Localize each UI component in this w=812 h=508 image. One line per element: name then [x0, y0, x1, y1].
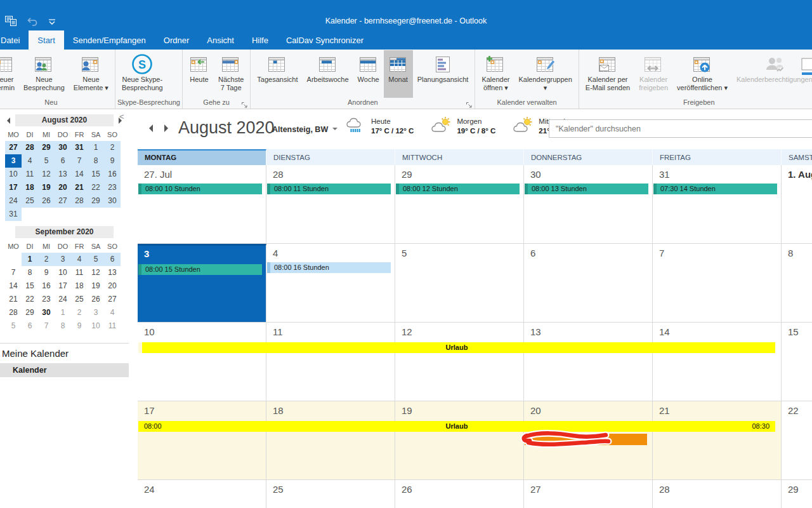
tab-ordner[interactable]: Ordner — [155, 30, 198, 50]
mini-date-cell[interactable]: 5 — [5, 319, 22, 333]
mini-date-cell[interactable]: 31 — [71, 141, 88, 154]
mini-date-cell[interactable]: 4 — [71, 253, 88, 266]
day-cell-26[interactable]: 26 — [395, 480, 524, 508]
naechste-7-tage-button[interactable]: Nächste7 Tage — [214, 50, 248, 98]
mini-date-cell[interactable]: 7 — [5, 266, 22, 279]
mini-date-cell[interactable]: 2 — [38, 253, 55, 266]
calendar-event[interactable]: 08:00 16 Stunden — [267, 262, 391, 273]
day-cell-28[interactable]: 28 — [653, 480, 782, 508]
monat-button[interactable]: Monat — [384, 50, 413, 98]
mini-date-cell[interactable]: 8 — [55, 319, 71, 333]
mini-date-cell[interactable]: 3 — [88, 306, 104, 319]
kalendergruppen-button[interactable]: Kalendergruppen▾ — [514, 50, 576, 98]
mini-date-cell[interactable]: 16 — [38, 279, 55, 293]
mini-date-cell[interactable]: 24 — [5, 194, 22, 208]
day-cell-3[interactable]: 308:00 15 Stunden — [138, 244, 266, 322]
day-cell-1-aug[interactable]: 1. Aug — [782, 165, 812, 243]
mini-date-cell[interactable]: 19 — [88, 279, 104, 293]
mini-date-cell[interactable]: 11 — [71, 266, 88, 279]
neuer-termin-button[interactable]: NeuerTermin — [0, 50, 19, 98]
mini-date-cell[interactable]: 10 — [88, 319, 104, 333]
day-cell-19[interactable]: 19 — [395, 401, 524, 479]
mini-date-cell[interactable]: 17 — [55, 279, 71, 293]
tab-datei[interactable]: Datei — [0, 30, 29, 50]
day-cell-25[interactable]: 25 — [266, 480, 395, 508]
mini-date-cell[interactable]: 13 — [104, 266, 121, 279]
mini-date-cell[interactable]: 17 — [5, 181, 22, 194]
day-cell-14[interactable]: 14 — [653, 323, 782, 401]
mini-date-cell[interactable]: 1 — [22, 253, 38, 266]
mini-date-cell[interactable]: 26 — [38, 194, 55, 208]
mini-date-cell[interactable]: 18 — [22, 181, 38, 194]
mini-date-cell[interactable]: 10 — [55, 266, 71, 279]
day-cell-10[interactable]: 10 — [138, 323, 266, 401]
mini-date-cell[interactable]: 2 — [71, 306, 88, 319]
mini-date-cell[interactable]: 11 — [104, 319, 121, 333]
weather-day[interactable]: Heute17° C / 12° C — [344, 116, 414, 136]
mini-date-cell[interactable]: 15 — [22, 279, 38, 293]
day-cell-24[interactable]: 24 — [138, 480, 266, 508]
mini-date-cell[interactable]: 7 — [38, 319, 55, 333]
mini-date-cell[interactable]: 6 — [104, 253, 121, 266]
mini-date-cell[interactable]: 28 — [22, 141, 38, 154]
mini-date-cell[interactable]: 9 — [104, 154, 121, 168]
mini-date-cell[interactable]: 22 — [88, 181, 104, 194]
event-banner-urlaub[interactable]: Urlaub — [138, 342, 775, 353]
next-month-arrow[interactable] — [164, 124, 168, 132]
planungsansicht-button[interactable]: Planungsansicht — [413, 50, 473, 98]
day-cell-13[interactable]: 13 — [524, 323, 653, 401]
mini-date-cell[interactable]: 3 — [55, 253, 71, 266]
day-cell-28[interactable]: 2808:00 11 Stunden — [266, 165, 395, 243]
tab-caldav-synchronizer[interactable]: CalDav Synchronizer — [277, 30, 372, 50]
tab-senden-empfangen[interactable]: Senden/Empfangen — [64, 30, 155, 50]
day-cell-17[interactable]: 17 — [138, 401, 266, 479]
day-cell-31[interactable]: 3107:30 14 Stunden — [653, 165, 782, 243]
day-cell-6[interactable]: 6 — [524, 244, 653, 322]
neue-besprechung-button[interactable]: NeueBesprechung — [19, 50, 69, 98]
mini-date-cell[interactable]: 23 — [104, 181, 121, 194]
mini-date-cell[interactable]: 30 — [55, 141, 71, 154]
woche-button[interactable]: Woche — [353, 50, 384, 98]
day-cell-27[interactable]: 27 — [524, 480, 653, 508]
mini-date-cell[interactable]: 21 — [71, 181, 88, 194]
dialog-launcher-icon[interactable] — [241, 100, 248, 107]
calendar-event[interactable]: 08:00 12 Stunden — [396, 184, 520, 194]
mini-date-cell[interactable]: 28 — [5, 306, 22, 319]
event-orange-redacted[interactable] — [525, 434, 647, 445]
mini-date-cell[interactable]: 3 — [5, 154, 22, 168]
mini-date-cell[interactable]: 8 — [22, 266, 38, 279]
mini-date-cell[interactable]: 15 — [88, 168, 104, 181]
mini-date-cell[interactable]: 29 — [88, 194, 104, 208]
mini-date-cell[interactable]: 4 — [104, 306, 121, 319]
event-banner-urlaub[interactable]: 08:00Urlaub08:30 — [138, 421, 775, 432]
collapse-pane-icon[interactable]: < — [119, 112, 124, 121]
mini-date-cell[interactable]: 20 — [55, 181, 71, 194]
neue-elemente-button[interactable]: NeueElemente ▾ — [69, 50, 113, 98]
mini-date-cell[interactable]: 27 — [55, 194, 71, 208]
mini-date-cell[interactable]: 19 — [38, 181, 55, 194]
day-cell-11[interactable]: 11 — [266, 323, 395, 401]
day-cell-15[interactable]: 15 — [782, 323, 812, 401]
day-cell-22[interactable]: 22 — [782, 401, 812, 479]
day-cell-21[interactable]: 21 — [653, 401, 782, 479]
online-veroeffentlichen-button[interactable]: Onlineveröffentlichen ▾ — [672, 50, 732, 98]
mini-date-cell[interactable]: 13 — [55, 168, 71, 181]
mini-date-cell[interactable]: 18 — [71, 279, 88, 293]
mini-date-cell[interactable]: 30 — [104, 194, 121, 208]
previous-month-arrow[interactable] — [7, 117, 10, 124]
mini-date-cell[interactable]: 4 — [22, 154, 38, 168]
mini-date-cell[interactable]: 14 — [71, 168, 88, 181]
mini-date-cell[interactable]: 27 — [104, 293, 121, 306]
mini-date-cell[interactable]: 23 — [38, 293, 55, 306]
mini-date-cell[interactable]: 1 — [55, 306, 71, 319]
mini-date-cell[interactable]: 1 — [88, 141, 104, 154]
mini-date-cell[interactable]: 2 — [104, 141, 121, 154]
arbeitswoche-button[interactable]: Arbeitswoche — [303, 50, 353, 98]
day-cell-8[interactable]: 8 — [782, 244, 812, 322]
day-cell-12[interactable]: 12 — [395, 323, 524, 401]
calendar-event[interactable]: 08:00 13 Stunden — [525, 184, 648, 194]
mini-date-cell[interactable]: 28 — [71, 194, 88, 208]
weather-location-dropdown[interactable]: Altensteig, BW — [272, 125, 337, 134]
calendar-event[interactable]: 07:30 14 Stunden — [653, 184, 777, 194]
heute-button[interactable]: Heute — [185, 50, 214, 98]
